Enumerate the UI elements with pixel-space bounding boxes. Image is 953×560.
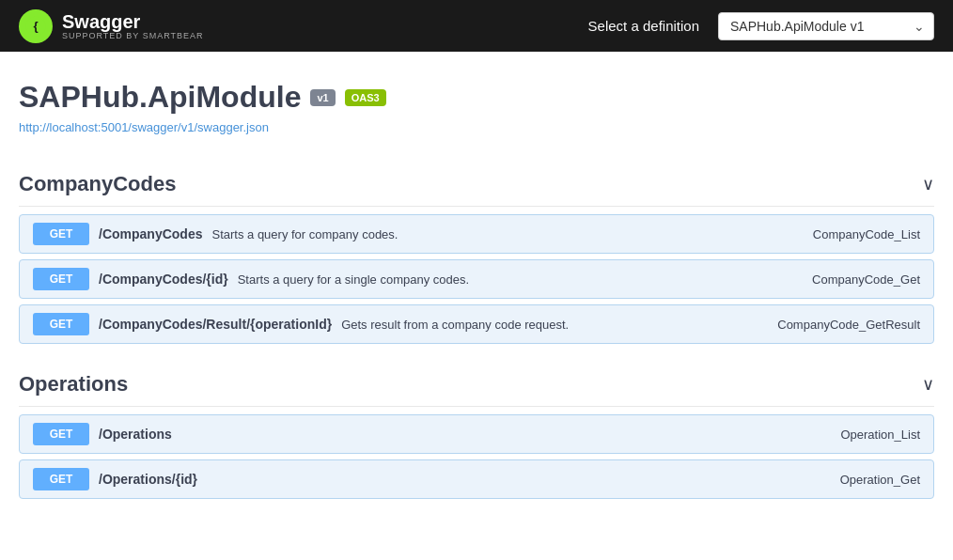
api-operation-id: CompanyCode_Get: [812, 272, 920, 287]
logo-title: Swagger: [62, 12, 204, 31]
chevron-down-icon: ∨: [922, 174, 934, 194]
api-row-company-codes-2[interactable]: GET/CompanyCodes/Result/{operationId}Get…: [19, 304, 934, 344]
chevron-down-icon: ∨: [922, 374, 934, 395]
api-operation-id: Operation_List: [840, 428, 920, 442]
api-operation-id: CompanyCode_List: [813, 227, 920, 241]
api-title: SAPHub.ApiModule: [19, 80, 301, 115]
section-operations: Operations∨GET/OperationsOperation_ListG…: [19, 363, 934, 499]
version-badge: v1: [310, 89, 335, 106]
section-header-company-codes[interactable]: CompanyCodes∨: [19, 163, 934, 207]
definition-label: Select a definition: [588, 18, 699, 34]
api-operation-id: Operation_Get: [840, 473, 920, 487]
definition-select-wrapper[interactable]: SAPHub.ApiModule v1 ⌄: [718, 12, 934, 40]
api-description: Gets result from a company code request.: [341, 318, 768, 332]
main-content: SAPHub.ApiModule v1 OAS3 http://localhos…: [0, 52, 953, 537]
method-badge: GET: [33, 423, 89, 445]
api-path: /CompanyCodes: [99, 226, 202, 241]
api-path: /Operations/{id}: [99, 472, 197, 487]
logo-subtitle: Supported by SMARTBEAR: [62, 31, 204, 40]
api-description: Starts a query for company codes.: [211, 227, 803, 241]
top-header: { Swagger Supported by SMARTBEAR Select …: [0, 0, 953, 52]
api-row-company-codes-0[interactable]: GET/CompanyCodesStarts a query for compa…: [19, 214, 934, 254]
svg-text:{: {: [33, 18, 38, 32]
section-company-codes: CompanyCodes∨GET/CompanyCodesStarts a qu…: [19, 163, 934, 344]
logo-text: Swagger Supported by SMARTBEAR: [62, 12, 204, 40]
api-row-operations-0[interactable]: GET/OperationsOperation_List: [19, 414, 934, 454]
section-title-operations: Operations: [19, 372, 128, 397]
section-title-company-codes: CompanyCodes: [19, 172, 176, 196]
method-badge: GET: [33, 313, 89, 335]
section-header-operations[interactable]: Operations∨: [19, 363, 934, 407]
api-description: Starts a query for a single company code…: [238, 272, 803, 287]
swagger-logo-icon: {: [19, 9, 53, 43]
method-badge: GET: [33, 223, 89, 245]
api-row-company-codes-1[interactable]: GET/CompanyCodes/{id}Starts a query for …: [19, 259, 934, 299]
api-row-operations-1[interactable]: GET/Operations/{id}Operation_Get: [19, 459, 934, 499]
api-path: /Operations: [99, 427, 172, 442]
method-badge: GET: [33, 268, 89, 290]
definition-select[interactable]: SAPHub.ApiModule v1: [718, 12, 934, 40]
api-title-row: SAPHub.ApiModule v1 OAS3: [19, 80, 934, 115]
logo-area: { Swagger Supported by SMARTBEAR: [19, 9, 204, 43]
api-swagger-link[interactable]: http://localhost:5001/swagger/v1/swagger…: [19, 120, 934, 134]
method-badge: GET: [33, 468, 89, 490]
api-operation-id: CompanyCode_GetResult: [777, 318, 920, 332]
api-path: /CompanyCodes/Result/{operationId}: [99, 317, 332, 332]
oas3-badge: OAS3: [345, 89, 386, 106]
sections-container: CompanyCodes∨GET/CompanyCodesStarts a qu…: [19, 163, 934, 499]
api-path: /CompanyCodes/{id}: [99, 272, 228, 287]
